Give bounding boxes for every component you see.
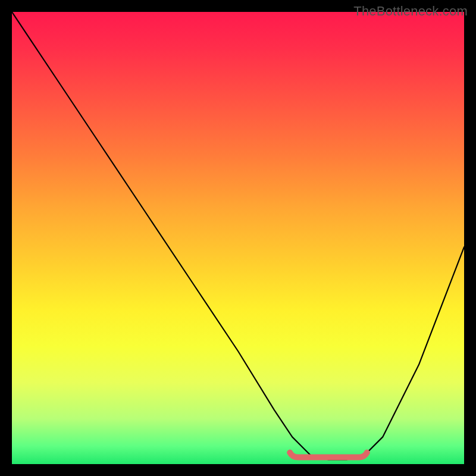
chart-gradient-background [12, 12, 464, 464]
chart-svg [12, 12, 464, 464]
flat-segment-highlight [290, 453, 367, 458]
watermark-text: TheBottleneck.com [353, 4, 468, 19]
bottleneck-curve-path [12, 12, 464, 459]
